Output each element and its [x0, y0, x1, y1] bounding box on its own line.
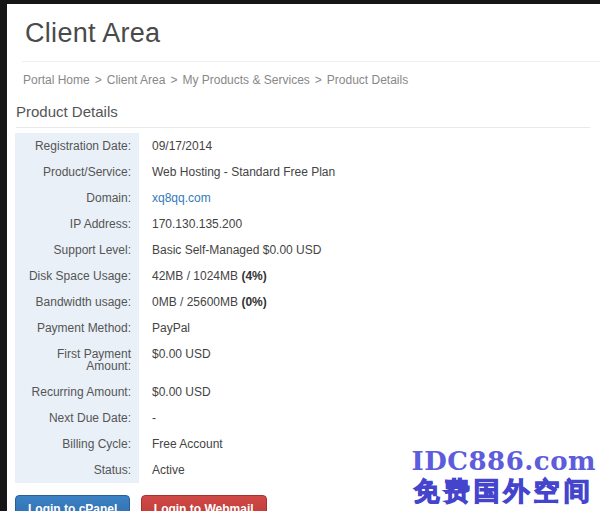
table-row: Billing Cycle:Free Account [15, 431, 590, 457]
row-value: - [139, 405, 156, 431]
row-value: 09/17/2014 [139, 133, 212, 159]
row-label: Disk Space Usage: [15, 263, 139, 289]
table-row: Registration Date:09/17/2014 [15, 133, 590, 159]
breadcrumb-separator: > [95, 73, 102, 87]
row-label: First Payment Amount: [15, 341, 139, 379]
table-row: Bandwidth usage:0MB / 25600MB (0%) [15, 289, 590, 315]
row-label: Product/Service: [15, 159, 139, 185]
breadcrumb-link[interactable]: My Products & Services [182, 73, 309, 87]
window-top-edge [0, 0, 600, 4]
row-value: $0.00 USD [139, 379, 211, 405]
table-row: Product/Service:Web Hosting - Standard F… [15, 159, 590, 185]
row-label: Registration Date: [15, 133, 139, 159]
usage-percentage: (4%) [241, 269, 266, 283]
row-label: Payment Method: [15, 315, 139, 341]
table-row: Disk Space Usage:42MB / 1024MB (4%) [15, 263, 590, 289]
row-label: Domain: [15, 185, 139, 211]
row-value: Active [139, 457, 185, 483]
breadcrumb-link[interactable]: Product Details [327, 73, 408, 87]
row-value: 170.130.135.200 [139, 211, 242, 237]
breadcrumb-separator: > [170, 73, 177, 87]
header-divider [22, 61, 600, 62]
row-value: Free Account [139, 431, 223, 457]
page-content: Client Area Portal Home>Client Area>My P… [7, 4, 600, 511]
row-value: $0.00 USD [139, 341, 211, 379]
row-label: Status: [15, 457, 139, 483]
table-row: Next Due Date:- [15, 405, 590, 431]
table-row: Recurring Amount:$0.00 USD [15, 379, 590, 405]
table-row: IP Address:170.130.135.200 [15, 211, 590, 237]
row-label: Bandwidth usage: [15, 289, 139, 315]
action-buttons: Login to cPanel Login to Webmail [15, 495, 600, 511]
login-to-webmail-button[interactable]: Login to Webmail [141, 495, 267, 511]
section-title-product-details: Product Details [16, 103, 590, 128]
row-label: Next Due Date: [15, 405, 139, 431]
window-left-edge [0, 0, 7, 511]
client-area-page: Client Area Portal Home>Client Area>My P… [0, 0, 600, 511]
usage-percentage: (0%) [241, 295, 266, 309]
row-label: Recurring Amount: [15, 379, 139, 405]
row-value: xq8qq.com [139, 185, 211, 211]
breadcrumb: Portal Home>Client Area>My Products & Se… [23, 73, 600, 87]
row-label: Billing Cycle: [15, 431, 139, 457]
table-row: Support Level:Basic Self-Managed $0.00 U… [15, 237, 590, 263]
login-to-cpanel-button[interactable]: Login to cPanel [15, 495, 130, 511]
row-value: 0MB / 25600MB (0%) [139, 289, 267, 315]
row-label: Support Level: [15, 237, 139, 263]
page-title: Client Area [25, 18, 600, 49]
table-row: Status:Active [15, 457, 590, 483]
product-details-table: Registration Date:09/17/2014Product/Serv… [15, 133, 590, 483]
row-value: Web Hosting - Standard Free Plan [139, 159, 335, 185]
row-value: Basic Self-Managed $0.00 USD [139, 237, 321, 263]
row-label: IP Address: [15, 211, 139, 237]
row-value: 42MB / 1024MB (4%) [139, 263, 267, 289]
breadcrumb-link[interactable]: Client Area [107, 73, 166, 87]
row-value: PayPal [139, 315, 190, 341]
table-row: Domain:xq8qq.com [15, 185, 590, 211]
domain-link[interactable]: xq8qq.com [152, 191, 211, 205]
breadcrumb-link[interactable]: Portal Home [23, 73, 90, 87]
table-row: First Payment Amount:$0.00 USD [15, 341, 590, 379]
table-row: Payment Method:PayPal [15, 315, 590, 341]
breadcrumb-separator: > [315, 73, 322, 87]
